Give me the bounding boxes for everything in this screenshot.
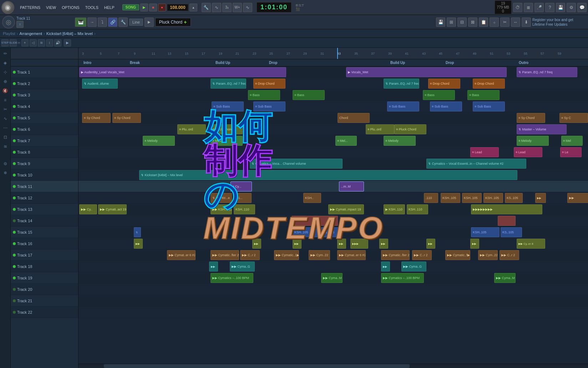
eraser-icon[interactable]: ◈ [1, 59, 10, 67]
clip-16-8[interactable]: ▶▶ [470, 239, 479, 249]
clip-15-3[interactable]: KS..105 [321, 227, 343, 237]
clip-17-3[interactable]: ▶▶ C..r 2 [240, 250, 260, 260]
clip-4-3[interactable]: ≡ Sub Bass [387, 101, 419, 111]
clip-19-3[interactable]: ▶▶ Cymatics –..100 BPM [381, 273, 424, 283]
piano-roll-icon[interactable]: ≣ [524, 3, 533, 12]
clip-19-4[interactable]: ▶▶ Cyma..M [494, 273, 516, 283]
clip-9-2[interactable]: ↯ Cymatics – Vocal Essenti..in – Channel… [426, 159, 526, 169]
track-row-20[interactable]: Track 20 [11, 284, 78, 295]
sub-zoom-btn[interactable]: ↕ [46, 39, 53, 46]
track-row-18[interactable]: Track 18 [11, 261, 78, 272]
track-row-10[interactable]: Track 10 [11, 169, 78, 181]
clip-17-10[interactable]: ▶▶ Cym..22 [478, 250, 498, 260]
clip-4-1[interactable]: ≡ Sub Bass [212, 101, 244, 111]
t2-download-icon[interactable]: ⬇ [522, 18, 531, 27]
vel-icon[interactable]: ≊ [1, 142, 10, 151]
clip-4-2[interactable]: ≡ Sub Bass [253, 101, 285, 111]
clip-11-1[interactable]: ≡ Cy... [230, 181, 252, 192]
solo-icon[interactable]: ⊚ [1, 159, 10, 168]
mic-icon[interactable]: 🎤 [534, 3, 544, 12]
t2-filter-icon[interactable]: ⬦ [490, 18, 499, 27]
track-row-16[interactable]: Track 16 [11, 238, 78, 249]
t2-trim-icon[interactable]: ✂ [500, 18, 510, 27]
clip-18-4[interactable]: ▶▶ Cyma..G [401, 262, 426, 272]
curve-icon[interactable]: ∿ [1, 114, 10, 123]
track-row-8[interactable]: Track 8 [11, 146, 78, 158]
clip-8-1[interactable]: ≡ Lead [470, 147, 499, 157]
zoom-icon[interactable]: ⊕ [1, 77, 10, 86]
sub-add-btn[interactable]: + [21, 39, 29, 46]
chord-plus-btn[interactable]: + [184, 19, 187, 25]
clip-13-6[interactable]: ▶ KSH..110 [384, 204, 405, 214]
wplus-icon[interactable]: W+ [233, 3, 242, 12]
wave2-icon[interactable]: ∿ [243, 3, 252, 12]
clip-12-9[interactable]: ▶▶ [535, 193, 546, 203]
clip-4-4[interactable]: ≡ Sub Bass [430, 101, 462, 111]
clip-13-1[interactable]: ▶▶ Cy.. [79, 204, 97, 214]
clip-6-2[interactable]: ≡ Pluck Chord [211, 124, 243, 134]
clip-17-11[interactable]: ▶▶ C..r 2 [500, 250, 519, 260]
clip-3-4[interactable]: ≡ Bass [467, 90, 500, 100]
clip-15-5[interactable]: KS..105 [501, 227, 522, 237]
clip-12-2[interactable]: KS... [234, 193, 252, 203]
clip-1-3[interactable]: ↯ Param..EQ..nd 7 freq [517, 67, 577, 77]
clip-16-6[interactable]: ▶▶ [379, 239, 388, 249]
clip-19-2[interactable]: ▶▶ Cyma..M [321, 273, 343, 283]
clip-2-5[interactable]: ≡ Drop Chord [428, 79, 460, 89]
clip-7-5[interactable]: ≡ Melody [517, 136, 549, 146]
t2-merge-icon[interactable]: ⊠ [468, 18, 477, 27]
track-row-9[interactable]: Track 9 [11, 158, 78, 169]
menu-help[interactable]: HELP [103, 5, 116, 10]
line-mode-selector[interactable]: Line [129, 19, 143, 26]
clip-13-8[interactable]: ▶▶▶▶▶▶▶▶ [471, 204, 542, 214]
clip-17-6[interactable]: ▶▶ Cymat..er 6 #2 [337, 250, 366, 260]
track-row-2[interactable]: Track 2 [11, 78, 78, 89]
clip-5-3[interactable]: Chord [338, 113, 370, 123]
t2-grid-icon[interactable]: ⊞ [447, 18, 456, 27]
t2-split-icon[interactable]: ⊟ [457, 18, 467, 27]
clip-17-5[interactable]: ▶▶ Cym..22 [309, 250, 330, 260]
clip-1-2[interactable]: ▶ Vocals_Wet [346, 67, 507, 77]
clip-13-7[interactable]: KSH..110 [407, 204, 428, 214]
track-row-4[interactable]: Track 4 [11, 101, 78, 112]
track-row-14[interactable]: Track 14 [11, 215, 78, 227]
clip-18-1[interactable]: ▶▶ [209, 262, 218, 272]
clip-17-2[interactable]: ▶▶ Cymatic..fter 22 [211, 250, 239, 260]
piano-icon[interactable]: 🎹 [75, 18, 86, 27]
song-button[interactable]: SONG [122, 4, 139, 10]
track-row-11[interactable]: Track 11 [11, 181, 78, 192]
clip-4-5[interactable]: ≡ Sub Bass [473, 101, 505, 111]
clip-16-3[interactable]: ▶▶ [293, 239, 301, 249]
sub-arrow-btn[interactable]: ◁ [30, 39, 37, 46]
track-row-19[interactable]: Track 19 [11, 272, 78, 284]
track-row-15[interactable]: Track 15 [11, 227, 78, 238]
clip-17-9[interactable]: ▶▶ Cymatic..f▶ C..r 2 [445, 250, 470, 260]
bend-icon[interactable]: ⤵ [98, 18, 107, 27]
clip-12-6[interactable]: KSH..105 [462, 193, 482, 203]
slip-icon[interactable]: ≡ [1, 96, 10, 104]
clip-6-4[interactable]: ≡ Pluck Chord [394, 124, 426, 134]
record-button[interactable]: ● [158, 4, 166, 11]
clip-13-2[interactable]: ▶▶ Cymati..act 19 #2 [98, 204, 127, 214]
magnet-icon[interactable]: 🔧 [202, 3, 211, 12]
clip-2-4[interactable]: ↯ Param..EQ..nd 7 freq [384, 79, 419, 89]
clip-7-2[interactable]: ≡ Melody [211, 136, 243, 146]
clip-10-1[interactable]: ↯ Kickstart [64bit] – Mix level [139, 170, 517, 180]
track-row-5[interactable]: Track 5 [11, 112, 78, 124]
menu-patterns[interactable]: PATTERNS [19, 5, 42, 10]
clip-1-1[interactable]: ▶ Audentity_Lead Vocals_Wet [79, 67, 286, 77]
clip-17-1[interactable]: ▶▶ Cymat..er 6 #2 [167, 250, 196, 260]
bpm-display[interactable]: 108.000 [167, 4, 188, 11]
line-arrow-icon[interactable]: ▶ [145, 18, 154, 27]
menu-options[interactable]: OPTIONS [60, 5, 81, 10]
mixer-icon[interactable]: ⏱ [513, 3, 522, 12]
clip-8-3[interactable]: ≡ Le [560, 147, 582, 157]
track-row-21[interactable]: Track 21 [11, 295, 78, 307]
clip-16-9[interactable]: ▶▶ Cy..er 8 [517, 239, 545, 249]
arrow-right-icon[interactable]: → [87, 18, 97, 27]
menu-view[interactable]: VIEW [45, 5, 57, 10]
clip-5-4[interactable]: ≡ Sy Chord [517, 113, 545, 123]
sub-right-btn[interactable]: ▶ [64, 39, 71, 46]
clip-18-2[interactable]: ▶▶ Cyma..G [230, 262, 255, 272]
clip-13-3[interactable]: ▶▶ KSH..110 [211, 204, 232, 214]
